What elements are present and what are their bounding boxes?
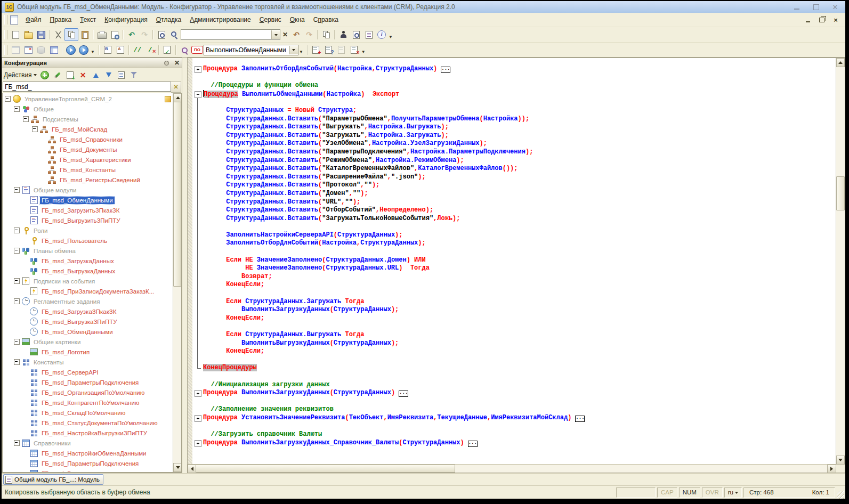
- tree-item[interactable]: Общие: [3, 104, 173, 114]
- syntax-assistant-button[interactable]: [337, 29, 350, 40]
- code-line[interactable]: Если СтруктураДанных.Загружать Тогда: [192, 298, 836, 306]
- tree-item[interactable]: ГБ_msd_МойСклад: [3, 124, 173, 134]
- code-line[interactable]: [192, 289, 836, 298]
- panel-splitter[interactable]: [182, 58, 187, 473]
- chevron-down-icon[interactable]: [289, 46, 298, 54]
- tree-collapse-icon[interactable]: [32, 126, 38, 132]
- database-button[interactable]: [35, 44, 47, 56]
- tree-vertical-scrollbar[interactable]: [173, 93, 181, 472]
- tree-item[interactable]: Подписки на события: [3, 276, 173, 286]
- find-button[interactable]: [155, 29, 168, 40]
- tree-item[interactable]: ГБ_msd_Документы: [3, 144, 173, 155]
- actions-menu-button[interactable]: Действия: [4, 71, 37, 79]
- code-line[interactable]: //Инициализация загрузки данных: [192, 381, 836, 389]
- toolbar-grip[interactable]: [4, 45, 7, 55]
- check-module-button[interactable]: [161, 44, 174, 56]
- fold-expand-icon[interactable]: [195, 440, 201, 447]
- tree-item[interactable]: ГБ_msd_Константы: [3, 165, 173, 175]
- tree-collapse-icon[interactable]: [23, 116, 29, 122]
- redo-button[interactable]: ↷: [138, 29, 151, 40]
- menu-item-отладка[interactable]: Отладка: [152, 14, 185, 25]
- tree-item[interactable]: УправлениеТорговлей_CRM_2: [3, 94, 173, 104]
- tree-item[interactable]: Справочники: [3, 438, 173, 448]
- filter-clear-icon[interactable]: ✕: [171, 82, 181, 93]
- code-line[interactable]: СтруктураДанных.Вставить("УзелОбмена",На…: [192, 140, 836, 148]
- undo-button[interactable]: ↶: [125, 29, 138, 40]
- tree-collapse-icon[interactable]: [14, 440, 20, 446]
- debug-overflow-chevron[interactable]: ▼: [91, 50, 95, 54]
- maximize-button[interactable]: [812, 3, 820, 11]
- code-line[interactable]: КонецЕсли;: [192, 314, 836, 323]
- tree-item[interactable]: ГБ_msd_ВыгрузкаЗПиПТУ: [3, 316, 173, 327]
- module-window-tab[interactable]: Общий модуль ГБ_...: Модуль: [3, 474, 103, 485]
- menu-item-файл[interactable]: Файл: [21, 14, 46, 25]
- code-line[interactable]: //Процедуры и функции обмена: [192, 82, 836, 90]
- mdi-close-button[interactable]: ×: [831, 16, 840, 23]
- sort-list-button[interactable]: [117, 70, 126, 80]
- search-help-button[interactable]: [350, 29, 362, 40]
- code-line[interactable]: ВыполнитьЗагрузкуДанных(СтруктураДанных)…: [192, 306, 836, 314]
- code-line[interactable]: КонецПроцедуры: [192, 364, 836, 372]
- paste-button[interactable]: [78, 29, 91, 40]
- print-preview-button[interactable]: [108, 29, 121, 40]
- tree-item[interactable]: ГБ_msd_Валюты: [3, 468, 173, 472]
- previous-bookmark-button[interactable]: [335, 44, 348, 56]
- tree-item[interactable]: ГБ_msd_ВыгрузитьЗПиПТУ: [3, 215, 173, 225]
- cut-button[interactable]: [52, 29, 64, 40]
- code-line[interactable]: Если СтруктураДанных.Выгружать Тогда: [192, 331, 836, 339]
- help-contents-button[interactable]: [362, 29, 375, 40]
- tree-item[interactable]: Общие картинки: [3, 337, 173, 347]
- scroll-right-arrow[interactable]: [827, 465, 836, 473]
- start-debugging-options-button[interactable]: [77, 44, 90, 56]
- tree-item[interactable]: ГБ_msd_Логотип: [3, 347, 173, 357]
- tree-item[interactable]: Регламентные задания: [3, 296, 173, 306]
- tree-item[interactable]: ГБ_msd_Справочники: [3, 134, 173, 144]
- move-down-button[interactable]: [104, 70, 114, 80]
- tree-item[interactable]: ГБ_msd_НастройкиОбменаДанными: [3, 448, 173, 458]
- tree-item[interactable]: ГБ_msd_СкладПоУмолчанию: [3, 408, 173, 418]
- search-combo[interactable]: [181, 29, 280, 40]
- collapsed-body-box[interactable]: ...: [441, 67, 450, 73]
- scrollbar-thumb[interactable]: [836, 176, 845, 210]
- code-line[interactable]: [192, 98, 836, 107]
- tree-collapse-icon[interactable]: [14, 227, 20, 233]
- table-view-button[interactable]: [47, 44, 60, 56]
- toolbar-grip[interactable]: [4, 15, 7, 25]
- code-line[interactable]: Процедура ЗаполнитьОтборДляСобытий(Настр…: [192, 65, 836, 74]
- tree-collapse-icon[interactable]: [14, 248, 20, 254]
- scroll-up-arrow[interactable]: [173, 93, 182, 102]
- code-line[interactable]: СтруктураДанных.Вставить("Загружать",Нас…: [192, 132, 836, 140]
- tree-item[interactable]: Общие модули: [3, 185, 173, 195]
- print-button[interactable]: [95, 29, 108, 40]
- tree-item[interactable]: ГБ_msd_Характеристики: [3, 155, 173, 165]
- code-line[interactable]: [192, 74, 836, 82]
- menu-item-сервис[interactable]: Сервис: [255, 14, 286, 25]
- menu-item-администрирование[interactable]: Администрирование: [185, 14, 255, 25]
- code-line[interactable]: Процедура УстановитьЗначениеРеквизита(Те…: [192, 414, 836, 422]
- add-button[interactable]: [40, 70, 50, 80]
- procedure-overflow-chevron[interactable]: ▼: [299, 50, 303, 54]
- tree-item[interactable]: ГБ_msd_РегистрыСведений: [3, 175, 173, 185]
- tree-collapse-icon[interactable]: [14, 298, 20, 304]
- tree-item[interactable]: ГБ_msd_ПриЗаписиДокументаЗаказК...: [3, 286, 173, 296]
- toggle-bookmark-button[interactable]: [310, 44, 322, 56]
- scroll-down-arrow[interactable]: [836, 456, 845, 465]
- code-line[interactable]: [192, 372, 836, 381]
- code-line[interactable]: [192, 248, 836, 256]
- clear-search-button[interactable]: ✕: [280, 30, 290, 39]
- add-object-button[interactable]: [66, 70, 75, 80]
- code-line[interactable]: //Загрузить справочник Валюты: [192, 430, 836, 439]
- menu-item-конфигурация[interactable]: Конфигурация: [100, 14, 152, 25]
- tree-collapse-icon[interactable]: [14, 278, 20, 284]
- global-search-button[interactable]: [168, 29, 181, 40]
- remove-comment-button[interactable]: /: [144, 44, 157, 56]
- open-button[interactable]: [22, 29, 35, 40]
- scrollbar-thumb[interactable]: [173, 102, 181, 287]
- code-line[interactable]: НЕ ЗначениеЗаполнено(СтруктураДанных.URL…: [192, 264, 836, 273]
- code-line[interactable]: СтруктураДанных.Вставить("ЗагружатьТольк…: [192, 215, 836, 223]
- tree-item[interactable]: ГБ_msd_ОрганизацияПоУмолчанию: [3, 387, 173, 397]
- tree-item[interactable]: ГБ_msd_ЗагрузкаЗПкакЗК: [3, 306, 173, 316]
- code-line[interactable]: СтруктураДанных.Вставить("ОтборСобытий",…: [192, 206, 836, 215]
- tree-item[interactable]: ГБ_msd_СтатусДокументаПоУмолчанию: [3, 418, 173, 428]
- move-up-button[interactable]: [91, 70, 101, 80]
